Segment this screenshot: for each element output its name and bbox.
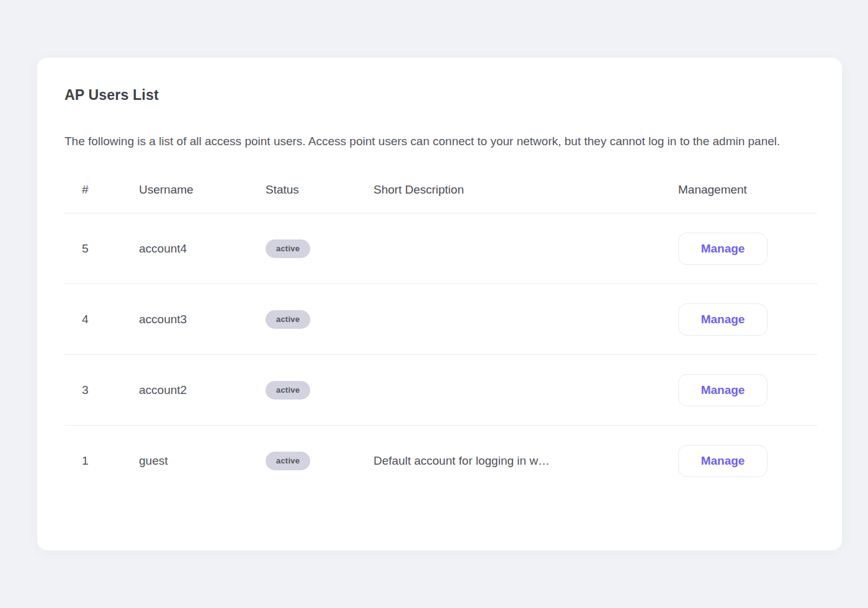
table-row: 1 guest active Default account for loggi… xyxy=(65,426,817,496)
row-status: active xyxy=(266,355,374,426)
column-header-username: Username xyxy=(139,171,266,213)
card-description: The following is a list of all access po… xyxy=(65,132,817,151)
table-row: 3 account2 active Manage xyxy=(65,355,817,426)
row-number: 1 xyxy=(65,426,139,496)
row-username: guest xyxy=(139,426,266,496)
row-status: active xyxy=(266,213,374,284)
row-number: 4 xyxy=(65,284,139,355)
row-username: account2 xyxy=(139,355,266,426)
row-management: Manage xyxy=(678,284,817,355)
row-management: Manage xyxy=(678,426,817,496)
table-header-row: # Username Status Short Description Mana… xyxy=(65,171,817,213)
table-row: 5 account4 active Manage xyxy=(65,213,817,284)
manage-button[interactable]: Manage xyxy=(678,445,767,477)
page-title: AP Users List xyxy=(65,87,817,104)
ap-users-card: AP Users List The following is a list of… xyxy=(37,58,842,550)
row-status: active xyxy=(266,426,374,496)
status-badge: active xyxy=(266,310,310,329)
row-management: Manage xyxy=(678,213,817,284)
row-description xyxy=(374,213,678,284)
table-row: 4 account3 active Manage xyxy=(65,284,817,355)
row-username: account4 xyxy=(139,213,266,284)
row-description xyxy=(374,355,678,426)
row-number: 3 xyxy=(65,355,139,426)
row-status: active xyxy=(266,284,374,355)
row-username: account3 xyxy=(139,284,266,355)
status-badge: active xyxy=(266,452,310,470)
row-management: Manage xyxy=(678,355,817,426)
column-header-management: Management xyxy=(678,171,817,213)
column-header-short-description: Short Description xyxy=(374,171,678,213)
manage-button[interactable]: Manage xyxy=(678,303,767,336)
row-description xyxy=(374,284,678,355)
manage-button[interactable]: Manage xyxy=(678,233,767,265)
row-number: 5 xyxy=(65,213,139,284)
status-badge: active xyxy=(266,381,310,400)
row-description: Default account for logging in w… xyxy=(374,426,678,496)
ap-users-table: # Username Status Short Description Mana… xyxy=(65,171,817,496)
manage-button[interactable]: Manage xyxy=(678,374,767,406)
status-badge: active xyxy=(266,239,310,258)
column-header-number: # xyxy=(65,171,139,213)
column-header-status: Status xyxy=(266,171,374,213)
